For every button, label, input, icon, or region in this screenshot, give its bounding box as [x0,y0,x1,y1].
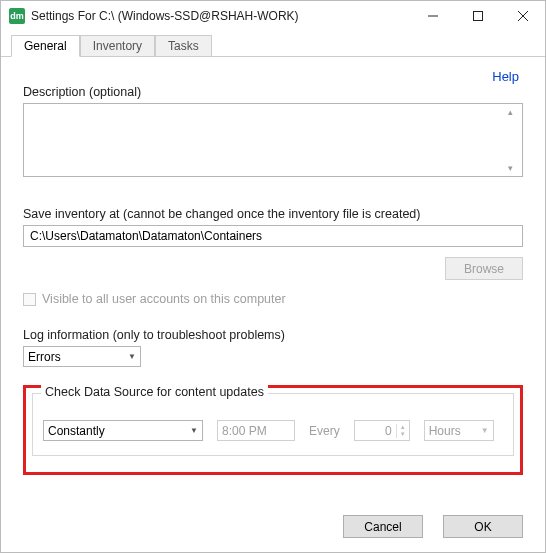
inventory-path-input[interactable] [23,225,523,247]
frequency-value: Constantly [48,424,105,438]
help-link[interactable]: Help [492,69,519,84]
stepper-icon: ▲▼ [396,424,409,438]
scroll-down-icon[interactable]: ▾ [508,163,519,173]
ok-button[interactable]: OK [443,515,523,538]
browse-button: Browse [445,257,523,280]
log-level-select[interactable]: Errors ▼ [23,346,141,367]
frequency-select[interactable]: Constantly ▼ [43,420,203,441]
dialog-footer: Cancel OK [343,515,523,538]
visible-all-checkbox-row: Visible to all user accounts on this com… [23,292,523,306]
log-level-value: Errors [28,350,61,364]
window-title: Settings For C:\ (Windows-SSD@RSHAH-WORK… [31,9,410,23]
titlebar: dm Settings For C:\ (Windows-SSD@RSHAH-W… [1,1,545,31]
time-select: 8:00 PM [217,420,295,441]
description-textarea[interactable]: ▴ ▾ [23,103,523,177]
close-button[interactable] [500,1,545,31]
unit-select: Hours ▼ [424,420,494,441]
svg-rect-1 [473,12,482,21]
maximize-button[interactable] [455,1,500,31]
save-inventory-label: Save inventory at (cannot be changed onc… [23,207,523,221]
chevron-down-icon: ▼ [481,426,489,435]
interval-stepper: 0 ▲▼ [354,420,410,441]
unit-value: Hours [429,424,461,438]
tab-general[interactable]: General [11,35,80,57]
visible-all-label: Visible to all user accounts on this com… [42,292,286,306]
minimize-button[interactable] [410,1,455,31]
cancel-button[interactable]: Cancel [343,515,423,538]
chevron-down-icon: ▼ [128,352,136,361]
app-icon: dm [9,8,25,24]
highlight-box: Check Data Source for content updates Co… [23,385,523,475]
scroll-up-icon[interactable]: ▴ [508,107,519,117]
interval-value: 0 [355,424,396,438]
description-label: Description (optional) [23,85,523,99]
tab-content: Help Description (optional) ▴ ▾ Save inv… [1,57,545,475]
settings-window: dm Settings For C:\ (Windows-SSD@RSHAH-W… [0,0,546,553]
visible-all-checkbox [23,293,36,306]
tab-strip: General Inventory Tasks [1,31,545,57]
tab-tasks[interactable]: Tasks [155,35,212,57]
tab-inventory[interactable]: Inventory [80,35,155,57]
chevron-down-icon: ▼ [190,426,198,435]
time-value: 8:00 PM [222,424,267,438]
check-updates-group: Check Data Source for content updates Co… [32,393,514,456]
check-updates-legend: Check Data Source for content updates [41,385,268,399]
log-info-label: Log information (only to troubleshoot pr… [23,328,523,342]
every-label: Every [309,424,340,438]
